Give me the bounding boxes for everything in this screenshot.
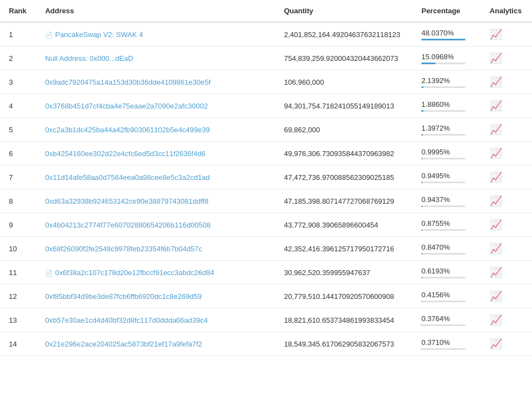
address-link[interactable]: 0xd63a32938b924653142ce90e38879743081ddf… xyxy=(45,197,208,205)
analytics-cell: 📈 xyxy=(481,22,532,46)
address-link[interactable]: 0xf85bbf34d9be3de87fcb6ffb6920dc1c8e269d… xyxy=(45,292,201,301)
percentage-bar xyxy=(421,39,466,40)
percentage-value: 0.6193% xyxy=(421,267,472,275)
percentage-bar-container xyxy=(421,63,466,64)
address-link[interactable]: PancakeSwap V2: SWAK 4 xyxy=(55,30,143,39)
table-row: 40x3768b451d7cf4cba4e75eaae2a7090e2afc30… xyxy=(0,94,532,118)
table-row: 140x21e296e2ace204025ac5873bf21ef17a9fef… xyxy=(0,332,532,356)
address-link[interactable]: 0xb57e30ae1cd4d40bf32d8fc117d0ddda66ad39… xyxy=(45,316,208,324)
percentage-bar-container xyxy=(421,348,466,350)
address-cell: 0xc2a3b1dc425ba44a42fb903061102b5e4c499e… xyxy=(36,118,275,142)
chart-icon[interactable]: 📈 xyxy=(490,266,502,278)
quantity-cell: 49,976,306.730935844370963982 xyxy=(275,142,412,166)
percentage-bar xyxy=(421,324,422,326)
quantity-cell: 18,821,610.653734861993833454 xyxy=(275,308,412,332)
percentage-cell: 0.8470% xyxy=(412,237,480,261)
address-cell: 📄0x6f38a2c107c178d20e12fbccf91ecc3abdc26… xyxy=(36,261,275,285)
chart-icon[interactable]: 📈 xyxy=(490,195,502,207)
table-row: 80xd63a32938b924653142ce90e38879743081dd… xyxy=(0,189,532,213)
analytics-cell: 📈 xyxy=(481,332,532,356)
percentage-bar xyxy=(421,277,422,278)
rank-cell: 7 xyxy=(0,166,36,189)
rank-cell: 8 xyxy=(0,189,36,213)
percentage-value: 0.9495% xyxy=(421,172,472,180)
quantity-cell: 42,352,416.396125717950172716 xyxy=(275,237,412,261)
quantity-cell: 94,301,754.718241055149189013 xyxy=(275,94,412,118)
analytics-cell: 📈 xyxy=(481,213,532,237)
table-row: 130xb57e30ae1cd4d40bf32d8fc117d0ddda66ad… xyxy=(0,308,532,332)
percentage-value: 15.0968% xyxy=(421,53,472,61)
analytics-cell: 📈 xyxy=(481,189,532,213)
quantity-cell: 30,962,520.359955947637 xyxy=(275,261,412,285)
address-link[interactable]: Null Address: 0x000...dEaD xyxy=(45,54,133,63)
address-cell: 0x4b04213c2774f77e60702880654206b116d005… xyxy=(36,213,275,237)
chart-icon[interactable]: 📈 xyxy=(490,100,502,112)
chart-icon[interactable]: 📈 xyxy=(490,28,502,40)
percentage-cell: 0.9995% xyxy=(412,142,480,166)
address-link[interactable]: 0x11d14afe58aa0d7564eea0a98cee8e5c3a2cd1… xyxy=(45,173,209,182)
percentage-cell: 0.3764% xyxy=(412,308,480,332)
analytics-cell: 📈 xyxy=(481,237,532,261)
address-cell: Null Address: 0x000...dEaD xyxy=(36,46,275,70)
address-link[interactable]: 0x4b04213c2774f77e60702880654206b116d005… xyxy=(45,221,211,229)
rank-cell: 12 xyxy=(0,285,36,308)
address-link[interactable]: 0x68f26090f2fe2548c9978feb23354f6b7b04d5… xyxy=(45,245,202,253)
table-row: 2Null Address: 0x000...dEaD754,839,259.9… xyxy=(0,46,532,70)
chart-icon[interactable]: 📈 xyxy=(490,338,502,350)
analytics-cell: 📈 xyxy=(481,308,532,332)
percentage-bar xyxy=(421,134,422,136)
address-cell: 0x11d14afe58aa0d7564eea0a98cee8e5c3a2cd1… xyxy=(36,166,275,189)
address-link[interactable]: 0xb4254160ee302d22e4cfc6ed5d3cc11f2636f4… xyxy=(45,149,205,158)
address-link[interactable]: 0x3768b451d7cf4cba4e75eaae2a7090e2afc300… xyxy=(45,102,208,110)
table-row: 90x4b04213c2774f77e60702880654206b116d00… xyxy=(0,213,532,237)
address-cell: 0xb57e30ae1cd4d40bf32d8fc117d0ddda66ad39… xyxy=(36,308,275,332)
chart-icon[interactable]: 📈 xyxy=(490,76,502,88)
table-row: 120xf85bbf34d9be3de87fcb6ffb6920dc1c8e26… xyxy=(0,285,532,308)
chart-icon[interactable]: 📈 xyxy=(490,219,502,231)
quantity-cell: 47,185,398.807147727068769129 xyxy=(275,189,412,213)
address-link[interactable]: 0x21e296e2ace204025ac5873bf21ef17a9fefa7… xyxy=(45,340,202,348)
address-cell: 0xb4254160ee302d22e4cfc6ed5d3cc11f2636f4… xyxy=(36,142,275,166)
quantity-cell: 47,472,736.970088562309025185 xyxy=(275,166,412,189)
analytics-cell: 📈 xyxy=(481,70,532,94)
address-link[interactable]: 0x6f38a2c107c178d20e12fbccf91ecc3abdc26d… xyxy=(55,268,214,277)
rank-cell: 1 xyxy=(0,22,36,46)
analytics-cell: 📈 xyxy=(481,261,532,285)
quantity-cell: 754,839,259.920004320443662073 xyxy=(275,46,412,70)
percentage-cell: 0.9437% xyxy=(412,189,480,213)
chart-icon[interactable]: 📈 xyxy=(490,52,502,64)
percentage-cell: 0.6193% xyxy=(412,261,480,285)
chart-icon[interactable]: 📈 xyxy=(490,242,502,255)
quantity-cell: 18,549,345.617062905832067573 xyxy=(275,332,412,356)
analytics-cell: 📈 xyxy=(481,166,532,189)
percentage-cell: 0.9495% xyxy=(412,166,480,189)
chart-icon[interactable]: 📈 xyxy=(490,314,502,326)
percentage-cell: 1.8860% xyxy=(412,94,480,118)
chart-icon[interactable]: 📈 xyxy=(490,123,502,136)
address-link[interactable]: 0xc2a3b1dc425ba44a42fb903061102b5e4c499e… xyxy=(45,126,209,134)
rank-cell: 14 xyxy=(0,332,36,356)
percentage-bar xyxy=(421,86,423,88)
chart-icon[interactable]: 📈 xyxy=(490,147,502,159)
percentage-cell: 2.1392% xyxy=(412,70,480,94)
percentage-bar-container xyxy=(421,277,466,278)
address-cell: 0x68f26090f2fe2548c9978feb23354f6b7b04d5… xyxy=(36,237,275,261)
percentage-value: 0.3764% xyxy=(421,314,472,323)
analytics-cell: 📈 xyxy=(481,46,532,70)
percentage-bar xyxy=(421,229,422,231)
percentage-bar-container xyxy=(421,324,466,326)
percentage-value: 0.8755% xyxy=(421,219,472,228)
percentage-bar xyxy=(421,110,423,112)
address-cell: 0x3768b451d7cf4cba4e75eaae2a7090e2afc300… xyxy=(36,94,275,118)
percentage-bar-container xyxy=(421,86,466,88)
address-link[interactable]: 0x9adc7920475a14a153d30b36dde4109861e30e… xyxy=(45,78,211,86)
percentage-bar-container xyxy=(421,110,466,112)
percentage-bar-container xyxy=(421,253,466,255)
table-row: 11📄0x6f38a2c107c178d20e12fbccf91ecc3abdc… xyxy=(0,261,532,285)
chart-icon[interactable]: 📈 xyxy=(490,290,502,302)
chart-icon[interactable]: 📈 xyxy=(490,171,502,183)
address-cell: 0x9adc7920475a14a153d30b36dde4109861e30e… xyxy=(36,70,275,94)
percentage-bar-container xyxy=(421,205,466,207)
quantity-cell: 20,779,510.144170920570600908 xyxy=(275,285,412,308)
percentage-bar-container xyxy=(421,134,466,136)
